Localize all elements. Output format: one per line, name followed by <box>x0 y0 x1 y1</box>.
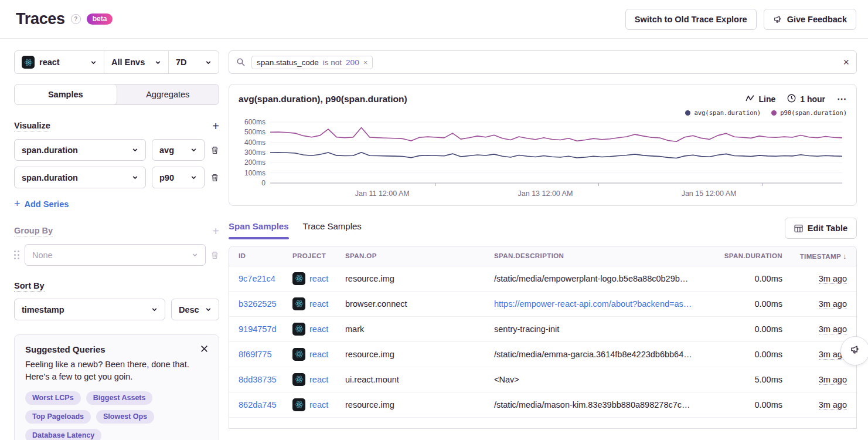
column-header-id[interactable]: ID <box>229 246 288 266</box>
search-input[interactable]: span.status_code is not 200 × × <box>229 50 857 74</box>
span-duration-cell: 0.00ms <box>717 316 787 341</box>
chart-panel: avg(span.duration), p90(span.duration) L… <box>229 84 857 206</box>
svg-text:300ms: 300ms <box>244 148 265 157</box>
sort-direction-select[interactable]: Desc <box>171 299 219 320</box>
svg-text:600ms: 600ms <box>244 118 265 126</box>
visualize-row: span.duration p90 <box>14 167 219 188</box>
delete-series-icon[interactable] <box>210 173 219 182</box>
chart-title: avg(span.duration), p90(span.duration) <box>239 94 407 104</box>
react-project-icon <box>292 373 305 386</box>
span-description-cell[interactable]: https://empower-react-api.com/about?back… <box>489 291 717 316</box>
drag-handle-icon[interactable] <box>14 251 20 260</box>
span-duration-cell: 0.00ms <box>717 341 787 367</box>
span-id-link[interactable]: 9c7e21c4 <box>239 274 275 283</box>
column-header-span-description[interactable]: SPAN.DESCRIPTION <box>489 246 717 266</box>
span-id-link[interactable]: 862da745 <box>239 400 277 409</box>
span-description-cell: sentry-tracing-init <box>489 316 717 341</box>
column-header-span-op[interactable]: SPAN.OP <box>341 246 489 266</box>
floating-feedback-button[interactable] <box>840 336 868 365</box>
chart-more-menu-icon[interactable]: ⋯ <box>837 93 847 104</box>
suggested-query-pill[interactable]: Database Latency <box>25 429 101 440</box>
group-by-select[interactable]: None <box>25 244 206 266</box>
project-link[interactable]: react <box>292 398 336 411</box>
traces-page: Traces ? beta Switch to Old Trace Explor… <box>0 0 868 440</box>
span-description-cell: /static/media/emma-garcia.3614fb8e4223db… <box>489 341 717 367</box>
span-id-link[interactable]: 8dd38735 <box>239 375 277 384</box>
chart-interval-selector[interactable]: 1 hour <box>787 94 825 104</box>
give-feedback-button[interactable]: Give Feedback <box>764 9 856 30</box>
field-select[interactable]: span.duration <box>14 139 146 161</box>
chevron-down-icon <box>127 147 138 153</box>
remove-token-icon[interactable]: × <box>363 58 368 67</box>
delete-series-icon[interactable] <box>210 145 219 155</box>
timestamp-cell: 3m ago <box>787 316 856 341</box>
tab-trace-samples[interactable]: Trace Samples <box>303 221 362 239</box>
switch-old-explore-button[interactable]: Switch to Old Trace Explore <box>625 9 757 30</box>
column-header-span-duration[interactable]: SPAN.DURATION <box>717 246 787 266</box>
sort-by-row: timestamp Desc <box>14 299 219 320</box>
project-link[interactable]: react <box>292 348 336 361</box>
project-link[interactable]: react <box>292 323 336 336</box>
column-header-project[interactable]: PROJECT <box>288 246 341 266</box>
main-panel: avg(span.duration), p90(span.duration) L… <box>229 84 857 440</box>
chevron-down-icon <box>186 174 197 181</box>
project-link[interactable]: react <box>292 373 336 386</box>
table-icon <box>794 224 803 233</box>
aggregate-select[interactable]: avg <box>152 139 205 161</box>
table-row: 9c7e21c4reactresource.img/static/media/e… <box>229 266 856 291</box>
date-range-selector[interactable]: 7D <box>168 51 219 73</box>
aggregate-select[interactable]: p90 <box>152 167 205 188</box>
span-description-cell: /static/media/empowerplant-logo.b5e8a88c… <box>489 266 717 291</box>
add-series-button[interactable]: + Add Series <box>14 198 69 210</box>
line-chart-icon <box>746 94 754 104</box>
duration-line-chart[interactable]: 600ms500ms400ms300ms200ms100ms0Jan 11 12… <box>239 117 847 202</box>
legend-item-p90[interactable]: p90(span.duration) <box>771 109 847 116</box>
react-project-icon <box>292 348 305 361</box>
svg-text:Jan 11 12:00 AM: Jan 11 12:00 AM <box>355 189 410 198</box>
sort-field-select[interactable]: timestamp <box>14 299 165 320</box>
column-header-timestamp[interactable]: TIMESTAMP↓ <box>787 246 856 266</box>
legend-dot-p90 <box>771 110 777 116</box>
tab-span-samples[interactable]: Span Samples <box>229 221 289 239</box>
chevron-down-icon <box>155 59 161 66</box>
close-icon[interactable] <box>200 344 208 355</box>
chart-type-toggle[interactable]: Line <box>746 94 775 104</box>
edit-table-button[interactable]: Edit Table <box>785 218 857 239</box>
chevron-down-icon <box>187 252 198 258</box>
help-icon[interactable]: ? <box>71 14 81 24</box>
megaphone-icon <box>773 15 782 24</box>
span-id-link[interactable]: b3262525 <box>239 299 277 309</box>
tab-samples[interactable]: Samples <box>15 84 117 104</box>
add-group-by-icon[interactable]: + <box>212 225 219 237</box>
project-link[interactable]: react <box>292 297 336 310</box>
span-id-link[interactable]: 9194757d <box>239 324 277 334</box>
span-description-cell: /static/media/mason-kim.83e39bb880a89827… <box>489 392 717 417</box>
suggested-query-pill[interactable]: Top Pageloads <box>25 410 91 424</box>
beta-badge: beta <box>87 13 113 25</box>
chevron-down-icon <box>186 147 197 153</box>
tab-aggregates[interactable]: Aggregates <box>117 84 219 104</box>
delete-group-by-icon[interactable] <box>210 251 219 260</box>
sort-desc-icon: ↓ <box>843 252 847 260</box>
visualize-heading: Visualize <box>14 121 50 131</box>
legend-item-avg[interactable]: avg(span.duration) <box>685 109 761 116</box>
project-link[interactable]: react <box>292 272 336 285</box>
suggested-query-pill[interactable]: Slowest Ops <box>96 410 154 424</box>
group-by-row: None <box>14 244 219 266</box>
project-selector[interactable]: react <box>15 51 104 73</box>
span-duration-cell: 0.00ms <box>717 291 787 316</box>
suggested-query-pill[interactable]: Biggest Assets <box>86 391 153 405</box>
environment-selector[interactable]: All Envs <box>104 51 168 73</box>
span-id-link[interactable]: 8f69f775 <box>239 350 271 359</box>
field-select[interactable]: span.duration <box>14 167 146 188</box>
top-header: Traces ? beta Switch to Old Trace Explor… <box>0 0 868 39</box>
search-filter-token[interactable]: span.status_code is not 200 × <box>251 56 373 69</box>
suggested-query-pill[interactable]: Worst LCPs <box>25 391 81 405</box>
table-row: 8f69f775reactresource.img/static/media/e… <box>229 341 856 367</box>
table-row: 862da745reactresource.img/static/media/m… <box>229 392 856 417</box>
add-visualize-icon[interactable]: + <box>212 120 219 132</box>
svg-text:400ms: 400ms <box>244 138 265 147</box>
visualize-row: span.duration avg <box>14 139 219 161</box>
clear-search-icon[interactable]: × <box>843 57 849 67</box>
chevron-down-icon <box>147 306 158 313</box>
